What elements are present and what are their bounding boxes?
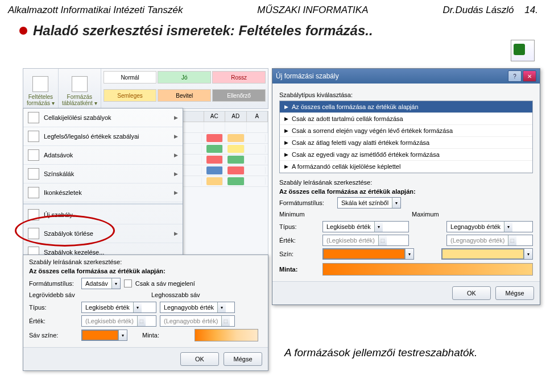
conditional-formatting-button[interactable]: Feltételes formázás ▾ bbox=[23, 69, 59, 109]
min-header: Minimum bbox=[279, 211, 400, 218]
ribbon: Feltételes formázás ▾ Formázás táblázatk… bbox=[23, 68, 268, 109]
preview-label: Minta: bbox=[142, 332, 191, 339]
chevron-right-icon: ▶ bbox=[174, 190, 178, 195]
rule-type-label: Szabálytípus kiválasztása: bbox=[279, 91, 533, 98]
excel-icon bbox=[511, 40, 535, 61]
header-mid: MŰSZAKI INFORMATIKA bbox=[257, 5, 368, 16]
new-rule-dialog: Új formázási szabály ? ✕ Szabálytípus ki… bbox=[272, 68, 540, 305]
bar-color-combo[interactable]: ▾ bbox=[81, 330, 127, 341]
min-type-combo[interactable]: Legkisebb érték▾ bbox=[81, 302, 156, 313]
header-right: Dr.Dudás László 14. bbox=[442, 5, 538, 16]
cell-styles-gallery[interactable]: Normál Jó Rossz Semleges Bevitel Ellenőr… bbox=[101, 69, 268, 109]
close-button[interactable]: ✕ bbox=[523, 70, 536, 82]
style-input[interactable]: Bevitel bbox=[158, 89, 211, 102]
bullet-icon bbox=[19, 27, 27, 35]
highlight-icon bbox=[28, 112, 39, 123]
chevron-right-icon: ▶ bbox=[174, 134, 178, 139]
rule-opt-5[interactable]: ▶A formázandó cellák kijelölése képlette… bbox=[280, 161, 532, 173]
max-header: Leghosszabb sáv bbox=[151, 291, 262, 298]
title-row: Haladó szerkesztési ismeretek: Feltétele… bbox=[0, 18, 546, 41]
max-type-combo[interactable]: Legnagyobb érték▾ bbox=[160, 302, 235, 313]
menu-color-scales[interactable]: Színskálák▶ bbox=[23, 165, 183, 184]
style-neutral[interactable]: Semleges bbox=[104, 89, 157, 102]
rule-opt-3[interactable]: ▶Csak az átlag feletti vagy alatti érték… bbox=[280, 137, 532, 149]
slide-header: Alkalmazott Informatikai Intézeti Tanszé… bbox=[0, 0, 546, 18]
cancel-button[interactable]: Mégse bbox=[495, 286, 534, 300]
max-type-combo[interactable]: Legnagyobb érték▾ bbox=[446, 221, 533, 232]
titlebar[interactable]: Új formázási szabály ? ✕ bbox=[272, 69, 540, 84]
style-good[interactable]: Jó bbox=[158, 71, 211, 84]
only-bar-label: Csak a sáv megjelení bbox=[135, 280, 195, 287]
chevron-right-icon: ▶ bbox=[174, 231, 178, 236]
colorscale-icon bbox=[28, 168, 39, 180]
slide-title: Haladó szerkesztési ismeretek: Feltétele… bbox=[33, 23, 373, 39]
style-normal[interactable]: Normál bbox=[104, 71, 157, 84]
min-value-input[interactable]: (Legkisebb érték)⬚ bbox=[322, 235, 409, 246]
max-header: Maximum bbox=[412, 211, 533, 218]
new-rule-icon bbox=[28, 209, 39, 220]
max-value-input[interactable]: (Legnagyobb érték)⬚ bbox=[446, 235, 533, 246]
style-bad[interactable]: Rossz bbox=[212, 71, 266, 84]
refedit-icon[interactable]: ⬚ bbox=[221, 316, 230, 326]
rule-opt-0[interactable]: ▶Az összes cella formázása az értékük al… bbox=[280, 101, 532, 113]
refedit-icon[interactable]: ⬚ bbox=[137, 316, 146, 326]
ok-button[interactable]: OK bbox=[180, 352, 219, 366]
min-color-combo[interactable]: ▾ bbox=[322, 248, 414, 260]
max-value-input[interactable]: (Legnagyobb érték)⬚ bbox=[160, 315, 235, 327]
style-check[interactable]: Ellenőrző bbox=[212, 89, 266, 102]
section-label: Szabály leírásának szerkesztése: bbox=[29, 258, 262, 265]
menu-highlight-rules[interactable]: Cellakijelölési szabályok▶ bbox=[23, 109, 183, 127]
menu-label: Színskálák bbox=[44, 170, 74, 177]
value-label: Érték: bbox=[279, 237, 319, 244]
help-button[interactable]: ? bbox=[508, 70, 522, 82]
rule-opt-4[interactable]: ▶Csak az egyedi vagy az ismétlődő értéke… bbox=[280, 149, 532, 161]
col-ad[interactable]: AD bbox=[225, 111, 247, 122]
menu-icon-sets[interactable]: Ikonkészletek▶ bbox=[23, 184, 183, 202]
refedit-icon[interactable]: ⬚ bbox=[508, 235, 516, 245]
menu-label: Új szabály... bbox=[44, 211, 77, 218]
ok-button[interactable]: OK bbox=[452, 286, 491, 300]
max-color-combo[interactable]: ▾ bbox=[441, 248, 533, 260]
type-label: Típus: bbox=[29, 304, 78, 311]
col-a[interactable]: A bbox=[247, 111, 268, 122]
bar-color-label: Sáv színe: bbox=[29, 332, 78, 339]
rule-type-list[interactable]: ▶Az összes cella formázása az értékük al… bbox=[279, 101, 533, 173]
preview-gradient bbox=[322, 263, 533, 276]
menu-data-bars[interactable]: Adatsávok▶ bbox=[23, 146, 183, 165]
menu-new-rule[interactable]: Új szabály... bbox=[23, 206, 183, 224]
min-type-combo[interactable]: Legkisebb érték▾ bbox=[322, 221, 409, 232]
col-ac[interactable]: AC bbox=[204, 111, 226, 122]
iconset-icon bbox=[28, 187, 39, 198]
conditional-format-menu: Cellakijelölési szabályok▶ Legfelső/lega… bbox=[23, 108, 183, 276]
databars-icon bbox=[28, 149, 39, 161]
cancel-button[interactable]: Mégse bbox=[224, 352, 262, 366]
format-as-table-button[interactable]: Formázás táblázatként ▾ bbox=[59, 69, 101, 109]
footnote: A formázások jellemzői testreszabhatók. bbox=[284, 347, 477, 359]
refedit-icon[interactable]: ⬚ bbox=[378, 235, 387, 245]
only-bar-checkbox[interactable] bbox=[124, 280, 132, 287]
value-label: Érték: bbox=[29, 318, 78, 324]
menu-label: Ikonkészletek bbox=[44, 189, 82, 196]
min-value-input[interactable]: (Legkisebb érték)⬚ bbox=[81, 315, 156, 327]
format-style-combo[interactable]: Skála két színből▾ bbox=[337, 197, 401, 208]
clear-icon bbox=[28, 228, 39, 239]
rule-opt-1[interactable]: ▶Csak az adott tartalmú cellák formázása bbox=[280, 113, 532, 125]
menu-label: Adatsávok bbox=[44, 152, 73, 159]
dialog-title: Új formázási szabály bbox=[276, 72, 339, 80]
header-left: Alkalmazott Informatikai Intézeti Tanszé… bbox=[8, 5, 183, 16]
chevron-right-icon: ▶ bbox=[174, 115, 178, 120]
preview-label: Minta: bbox=[279, 266, 319, 273]
chevron-down-icon: ▾ bbox=[111, 278, 120, 289]
format-style-label: Formátumstílus: bbox=[29, 280, 78, 287]
databar-dialog: Szabály leírásának szerkesztése: Az össz… bbox=[23, 255, 268, 371]
menu-top-bottom[interactable]: Legfelső/legalsó értékek szabályai▶ bbox=[23, 127, 183, 146]
rule-opt-2[interactable]: ▶Csak a sorrend elején vagy végén lévő é… bbox=[280, 125, 532, 137]
menu-label: Legfelső/legalsó értékek szabályai bbox=[44, 133, 139, 140]
menu-label: Szabályok törlése bbox=[44, 230, 93, 237]
format-style-combo[interactable]: Adatsáv▾ bbox=[81, 278, 121, 289]
menu-clear-rules[interactable]: Szabályok törlése▶ bbox=[23, 224, 183, 243]
topbottom-icon bbox=[28, 131, 39, 142]
preview-bar bbox=[195, 329, 258, 341]
conditional-formatting-icon bbox=[32, 76, 48, 92]
btn-label: Feltételes formázás ▾ bbox=[27, 94, 55, 106]
